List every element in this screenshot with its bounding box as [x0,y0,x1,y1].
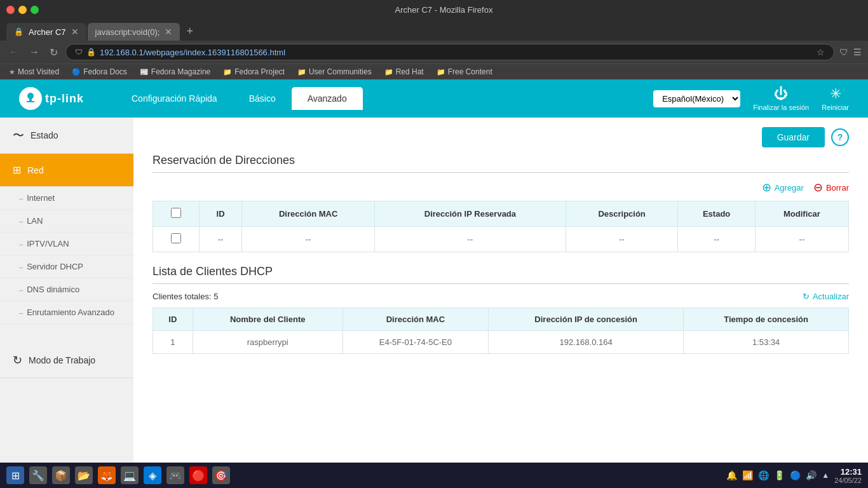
url-bar[interactable]: 🛡 🔒 192.168.0.1/webpages/index.163911680… [65,44,834,60]
add-button[interactable]: ⊕ Agregar [762,180,804,194]
addressbar: ← → ↻ 🛡 🔒 192.168.0.1/webpages/index.163… [0,41,868,64]
bookmark-user-communities[interactable]: 📁 User Communities [295,66,374,78]
finalize-session-button[interactable]: ⏻ Finalizar la sesión [753,86,809,111]
taskbar-battery-icon[interactable]: 🔋 [774,470,785,480]
bookmark-star-icon[interactable]: ☆ [817,47,825,57]
taskbar-network-icon[interactable]: 🌐 [758,470,769,480]
taskbar-up-arrow-icon[interactable]: ▲ [822,471,829,480]
taskbar-icon-apps[interactable]: ⊞ [6,466,24,484]
section-divider-2 [153,283,849,284]
estado-icon: 〜 [13,128,24,143]
bookmark-fedora-docs[interactable]: 🔵 Fedora Docs [69,66,130,78]
bookmark-fedora-magazine[interactable]: 📰 Fedora Magazine [137,66,213,78]
row-checkbox[interactable] [171,233,181,243]
sidebar-sub-dhcp[interactable]: – Servidor DHCP [0,255,133,278]
tabbar: 🔒 Archer C7 ✕ javascript:void(0); ✕ + [0,19,868,41]
restart-button[interactable]: ✳ Reiniciar [822,86,849,111]
taskbar-bluetooth-icon[interactable]: 🔵 [790,470,801,480]
close-window-button[interactable] [6,6,15,14]
dhcp-col-time: Tiempo de concesión [684,308,849,331]
star-icon: ★ [9,68,15,76]
tab-close-2[interactable]: ✕ [165,27,172,37]
sidebar-sub-dns[interactable]: – DNS dinámico [0,278,133,301]
col-ip: Dirección IP Reservada [375,201,566,227]
dhcp-cell-time: 1:53:34 [684,331,849,354]
taskbar-icon-firefox[interactable]: 🦊 [98,466,116,484]
cell-status: -- [678,227,755,252]
bookmarks-bar: ★ Most Visited 🔵 Fedora Docs 📰 Fedora Ma… [0,64,868,79]
taskbar-icon-settings[interactable]: 🔧 [29,466,47,484]
svg-rect-2 [27,101,34,102]
sidebar-sub-lan[interactable]: – LAN [0,210,133,233]
taskbar-icon-target[interactable]: 🎯 [212,466,230,484]
sidebar-sub-internet[interactable]: – Internet [0,187,133,210]
dash-icon-3: – [19,240,23,248]
nav-config-rapida[interactable]: Configuración Rápida [116,87,233,110]
tab-javascript-void[interactable]: javascript:void(0); ✕ [88,23,180,41]
shield-icon[interactable]: 🛡 [839,47,848,57]
tab-archer-c7[interactable]: 🔒 Archer C7 ✕ [6,23,86,41]
taskbar-icon-package[interactable]: 📦 [52,466,70,484]
taskbar-audio-icon[interactable]: 🔊 [806,470,817,480]
taskbar-icon-game[interactable]: 🎮 [166,466,184,484]
nav-avanzado[interactable]: Avanzado [292,87,363,110]
taskbar-wifi-icon[interactable]: 📶 [742,470,753,480]
delete-button[interactable]: ⊖ Borrar [813,180,849,194]
tab-label-2: javascript:void(0); [95,27,160,37]
restart-label: Reiniciar [822,104,849,111]
bookmark-most-visited[interactable]: ★ Most Visited [6,66,62,78]
menu-icon[interactable]: ☰ [853,47,862,57]
dhcp-col-mac: Dirección MAC [342,308,488,331]
new-tab-button[interactable]: + [181,22,198,41]
reload-button[interactable]: ↻ [47,45,60,60]
folder-icon-4: 📁 [437,68,445,76]
forward-button[interactable]: → [27,45,42,59]
sidebar-item-estado[interactable]: 〜 Estado [0,118,133,154]
dhcp-cell-mac: E4-5F-01-74-5C-E0 [342,331,488,354]
dhcp-table-row: 1 raspberrypi E4-5F-01-74-5C-E0 192.168.… [153,331,849,354]
refresh-button[interactable]: ↻ Actualizar [803,292,849,301]
taskbar-notification-icon[interactable]: 🔔 [726,470,737,480]
main-area: 〜 Estado ⊞ Red – Internet – LAN – IPTV/V… [0,118,868,465]
red-icon: ⊞ [13,164,21,176]
dash-icon-2: – [19,217,23,225]
bookmark-red-hat[interactable]: 📁 Red Hat [382,66,426,78]
modo-icon: ↻ [13,353,22,367]
taskbar-icon-vscode[interactable]: ◈ [144,466,161,484]
save-button[interactable]: Guardar [762,127,825,147]
col-status: Estado [678,201,755,227]
language-selector[interactable]: Español(México) English [653,90,740,107]
bookmark-free-content[interactable]: 📁 Free Content [434,66,495,78]
sidebar-item-red[interactable]: ⊞ Red [0,154,133,187]
taskbar-icon-terminal[interactable]: 💻 [121,466,139,484]
sidebar-item-modo-trabajo[interactable]: ↻ Modo de Trabajo [0,343,133,378]
bookmark-fedora-project[interactable]: 📁 Fedora Project [220,66,287,78]
tp-link-text: tp-link [45,92,84,105]
fedora-magazine-icon: 📰 [140,68,149,76]
window-title: Archer C7 - Mozilla Firefox [43,5,845,15]
taskbar-icon-red[interactable]: 🔴 [189,466,207,484]
taskbar-icon-files[interactable]: 📂 [75,466,93,484]
select-all-checkbox[interactable] [171,208,181,218]
content-header: Guardar ? [153,127,849,147]
maximize-window-button[interactable] [31,6,39,14]
tp-logo-svg [23,91,38,106]
minimize-window-button[interactable] [18,6,27,14]
tab-close-1[interactable]: ✕ [71,27,79,37]
cell-ip: -- [375,227,566,252]
back-button[interactable]: ← [6,45,22,59]
col-modify: Modificar [755,201,848,227]
dhcp-cell-ip: 192.168.0.164 [489,331,684,354]
url-text: 192.168.0.1/webpages/index.1639116801566… [100,48,813,57]
main-page: tp-link Configuración Rápida Básico Avan… [0,79,868,485]
dash-icon-4: – [19,263,23,271]
dhcp-col-name: Nombre del Cliente [193,308,342,331]
nav-basico[interactable]: Básico [233,87,292,110]
taskbar: ⊞ 🔧 📦 📂 🦊 💻 ◈ 🎮 🔴 🎯 🔔 📶 🌐 🔋 🔵 🔊 ▲ 12:31 … [0,463,868,488]
taskbar-clock: 12:31 24/05/22 [834,467,862,484]
sidebar-sub-iptv[interactable]: – IPTV/VLAN [0,233,133,255]
window-controls[interactable] [6,6,39,14]
help-button[interactable]: ? [831,128,849,146]
sidebar-sub-enrutamiento[interactable]: – Enrutamiento Avanzado [0,301,133,324]
dhcp-header: Clientes totales: 5 ↻ Actualizar [153,292,849,301]
